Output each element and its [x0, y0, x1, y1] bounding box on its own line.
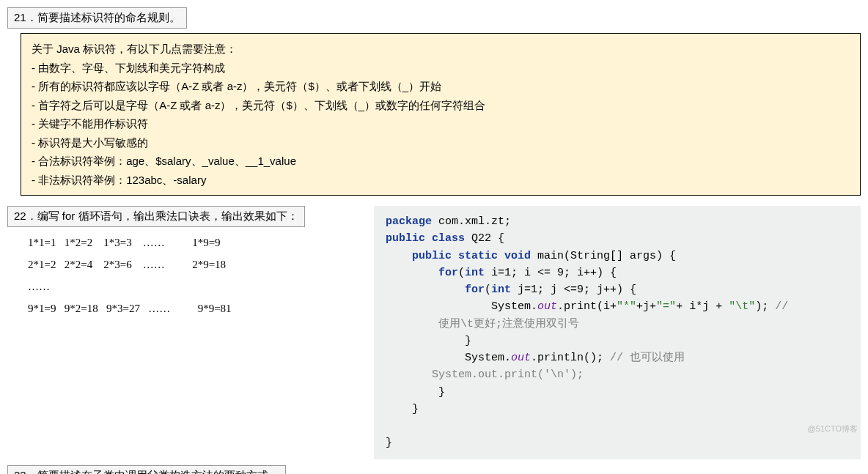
- code-kw: public static void: [386, 250, 531, 262]
- q22-left: 22．编写 for 循环语句，输出乘法口诀表，输出效果如下： 1*1=1 1*2…: [7, 206, 359, 327]
- code-text: i=1; i <= 9; i++) {: [485, 267, 617, 279]
- code-text: );: [755, 300, 775, 313]
- code-text: (: [458, 267, 465, 279]
- code-text: j=1; j <=9; j++) {: [511, 284, 636, 296]
- code-field: out: [537, 300, 557, 313]
- code-comment: System.out.print('\n');: [432, 369, 584, 381]
- code-str: "*": [617, 300, 636, 313]
- mult-row: 9*1=9 9*2=18 9*3=27 …… 9*9=81: [28, 297, 350, 319]
- code-text: System.: [386, 352, 511, 364]
- q21-answer: 关于 Java 标识符，有以下几点需要注意： - 由数字、字母、下划线和美元字符…: [21, 33, 861, 196]
- code-text: com.xml.zt;: [432, 215, 511, 228]
- code-text: .print(i+: [557, 300, 617, 313]
- q21-intro: 关于 Java 标识符，有以下几点需要注意：: [32, 40, 850, 59]
- q22-code: package com.xml.zt; public class Q22 { p…: [374, 206, 861, 459]
- code-text: + i*j +: [676, 300, 729, 313]
- code-kw: int: [465, 267, 485, 279]
- q21-bullet: - 由数字、字母、下划线和美元字符构成: [32, 59, 850, 78]
- code-text: }: [386, 386, 445, 399]
- watermark: @51CTO博客: [808, 423, 858, 434]
- code-kw: for: [386, 284, 485, 296]
- mult-row: ……: [28, 275, 350, 297]
- q21-header: 21．简要描述标识符的命名规则。: [7, 7, 187, 29]
- code-kw: package: [386, 215, 432, 228]
- code-text: .println();: [531, 352, 610, 364]
- q22-row: 22．编写 for 循环语句，输出乘法口诀表，输出效果如下： 1*1=1 1*2…: [7, 206, 861, 459]
- q21-bullet: - 非法标识符举例：123abc、-salary: [32, 171, 850, 190]
- code-text: Q22 {: [465, 232, 504, 245]
- q21-bullet: - 所有的标识符都应该以字母（A-Z 或者 a-z），美元符（$）、或者下划线（…: [32, 77, 850, 96]
- q21-bullet: - 标识符是大小写敏感的: [32, 133, 850, 152]
- code-text: +j+: [636, 300, 656, 313]
- code-str: "=": [656, 300, 676, 313]
- q22-header: 22．编写 for 循环语句，输出乘法口诀表，输出效果如下：: [7, 206, 305, 227]
- code-text: }: [386, 437, 392, 449]
- code-field: out: [511, 352, 531, 364]
- mult-row: 2*1=2 2*2=4 2*3=6 …… 2*9=18: [28, 253, 350, 275]
- code-comment: // 也可以使用: [610, 352, 685, 364]
- code-text: main(String[] args) {: [531, 250, 676, 262]
- code-kw: public class: [386, 232, 465, 245]
- code-comment: 使用\t更好;注意使用双引号: [438, 318, 579, 330]
- q21-bullet: - 首字符之后可以是字母（A-Z 或者 a-z），美元符（$）、下划线（_）或数…: [32, 96, 850, 115]
- mult-row: 1*1=1 1*2=2 1*3=3 …… 1*9=9: [28, 232, 350, 253]
- code-text: (: [485, 284, 491, 296]
- code-kw: for: [386, 267, 458, 279]
- code-text: }: [386, 335, 471, 347]
- code-text: System.: [386, 300, 537, 313]
- q23-header: 23．简要描述在子类中调用父类构造方法的两种方式。: [7, 465, 286, 475]
- q21-bullet: - 关键字不能用作标识符: [32, 114, 850, 133]
- code-str: "\t": [729, 300, 755, 313]
- mult-table: 1*1=1 1*2=2 1*3=3 …… 1*9=9 2*1=2 2*2=4 2…: [7, 227, 359, 327]
- code-kw: int: [491, 284, 511, 296]
- code-text: }: [386, 403, 419, 415]
- q21-bullet: - 合法标识符举例：age、$salary、_value、__1_value: [32, 152, 850, 171]
- code-comment: //: [775, 300, 788, 313]
